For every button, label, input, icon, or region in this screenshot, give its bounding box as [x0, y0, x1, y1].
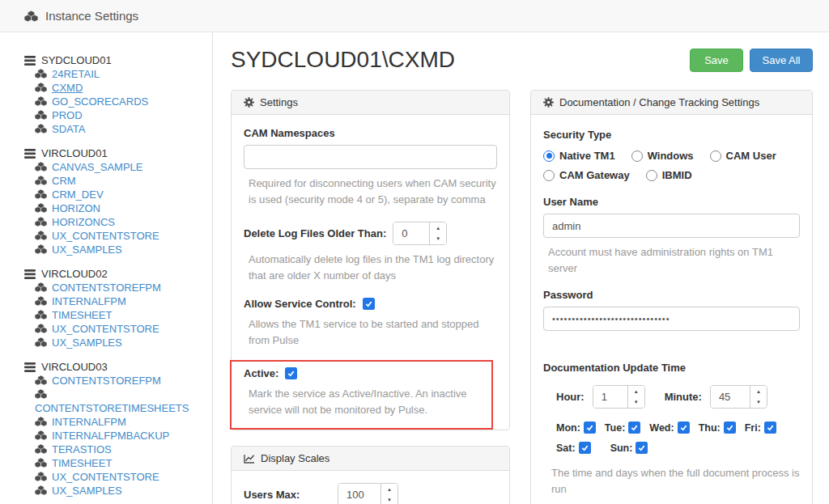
minute-down-button[interactable]: ▼ [750, 397, 767, 409]
day-label: Mon: [556, 422, 580, 434]
cubes-icon [35, 485, 47, 495]
radio-option: IBMID [646, 169, 692, 181]
display-scales-header: Display Scales [232, 447, 509, 471]
documentation-panel-title: Documentation / Change Tracking Settings [559, 96, 759, 108]
instance-link[interactable]: UX_SAMPLES [52, 337, 122, 349]
instance-link[interactable]: GO_SCORECARDS [52, 95, 148, 108]
cubes-icon [35, 417, 47, 426]
settings-panel-title: Settings [260, 96, 298, 108]
update-days-group: Mon:Tue:Wed:Thu:Fri:Sat:Sun: [543, 421, 800, 454]
users-max-spinner: ▲ ▼ [338, 483, 398, 504]
instance-link[interactable]: HORIZONCS [52, 216, 115, 228]
instance-item: CONTENTSTOREFPM [24, 374, 194, 388]
radio-button[interactable] [543, 150, 555, 162]
day-checkbox[interactable] [678, 421, 690, 434]
day-checkbox[interactable] [724, 421, 736, 434]
allow-service-help: Allows the TM1 service to be started and… [244, 316, 497, 348]
instance-link[interactable]: UX_CONTENTSTORE [52, 230, 159, 242]
minute-up-button[interactable]: ▲ [750, 386, 767, 397]
instance-item: HORIZON [24, 201, 194, 215]
day-label: Wed: [649, 422, 674, 434]
save-all-button[interactable]: Save All [750, 49, 813, 72]
day-checkbox[interactable] [636, 442, 648, 454]
hour-label: Hour: [556, 391, 585, 403]
instance-item: CONTENTSTOREFPM [24, 281, 194, 294]
instance-link[interactable]: INTERNALFPM [52, 295, 126, 307]
server-item[interactable]: SYDCLOUD01 [24, 53, 194, 67]
day-checkbox[interactable] [579, 442, 591, 454]
instance-link[interactable]: CRM_DEV [52, 188, 104, 201]
day-option: Tue: [605, 421, 640, 434]
save-button[interactable]: Save [690, 49, 743, 72]
instance-link[interactable]: CANVAS_SAMPLE [52, 161, 142, 173]
radio-button[interactable] [710, 150, 721, 162]
instance-link[interactable]: TIMESHEET [52, 457, 112, 469]
cubes-icon [35, 189, 47, 199]
instance-link[interactable]: 24RETAIL [52, 68, 100, 80]
instance-link[interactable]: TIMESHEET [52, 309, 112, 321]
instance-link[interactable]: SDATA [52, 123, 85, 135]
gear-icon [543, 97, 554, 108]
hour-down-button[interactable]: ▼ [628, 397, 644, 409]
day-option: Sat: [556, 442, 591, 454]
delete-log-down-button[interactable]: ▼ [430, 234, 446, 245]
cam-namespaces-label: CAM Namespaces [244, 127, 497, 139]
day-checkbox[interactable] [628, 421, 640, 434]
minute-input[interactable] [711, 386, 750, 408]
instance-link[interactable]: PROD [52, 109, 83, 121]
documentation-panel: Documentation / Change Tracking Settings… [530, 90, 813, 504]
delete-log-input[interactable] [393, 222, 429, 244]
user-name-input[interactable] [543, 214, 800, 238]
radio-button[interactable] [543, 170, 555, 181]
instance-item: 24RETAIL [24, 67, 194, 81]
instance-link[interactable]: CRM [52, 175, 76, 187]
cubes-icon [35, 176, 47, 185]
hour-input[interactable] [593, 386, 627, 408]
instance-link[interactable]: INTERNALFPMBACKUP [52, 430, 169, 442]
password-input[interactable] [543, 307, 800, 331]
server-group: SYDCLOUD0124RETAILCXMDGO_SCORECARDSPRODS… [24, 53, 194, 136]
instance-link[interactable]: UX_CONTENTSTORE [52, 471, 159, 483]
cubes-icon [35, 389, 47, 399]
user-name-help: Account must have administration rights … [543, 244, 800, 276]
radio-button[interactable] [646, 170, 657, 181]
active-label: Active: [244, 367, 278, 379]
cubes-icon [35, 444, 47, 454]
radio-label: Windows [648, 150, 694, 162]
page-title: SYDCLOUD01\CXMD [231, 47, 455, 73]
active-checkbox[interactable] [285, 367, 297, 379]
users-max-up-button[interactable]: ▲ [381, 484, 397, 495]
instance-link[interactable]: CONTENTSTORETIMESHEETS [35, 402, 189, 414]
instance-link[interactable]: TERASTIOS [52, 443, 112, 455]
users-max-input[interactable] [338, 484, 380, 504]
hour-up-button[interactable]: ▲ [628, 386, 644, 397]
instance-link[interactable]: CONTENTSTOREFPM [52, 375, 161, 387]
day-label: Thu: [699, 422, 721, 434]
instance-link[interactable]: CXMD [52, 82, 83, 94]
cam-namespaces-input[interactable] [244, 145, 497, 169]
instance-item: UX_SAMPLES [24, 336, 194, 349]
cubes-icon [35, 282, 47, 292]
radio-label: CAM User [726, 150, 776, 162]
instance-link[interactable]: CONTENTSTOREFPM [52, 282, 161, 294]
instance-link[interactable]: UX_SAMPLES [52, 485, 122, 497]
day-checkbox[interactable] [764, 421, 776, 434]
cubes-icon [35, 375, 47, 385]
server-name: VIRCLOUD03 [41, 360, 108, 374]
server-item[interactable]: VIRCLOUD01 [24, 146, 194, 160]
instance-link[interactable]: UX_CONTENTSTORE [52, 323, 159, 335]
instance-link[interactable]: HORIZON [52, 202, 100, 214]
instance-link[interactable]: UX_SAMPLES [52, 244, 122, 256]
server-item[interactable]: VIRCLOUD03 [24, 360, 194, 374]
cubes-icon [35, 324, 47, 333]
delete-log-up-button[interactable]: ▲ [430, 222, 446, 234]
day-checkbox[interactable] [584, 421, 596, 434]
instance-item: INTERNALFPMBACKUP [24, 429, 194, 443]
radio-button[interactable] [631, 150, 643, 162]
delete-log-spinner: ▲ ▼ [393, 222, 447, 245]
instance-link[interactable]: INTERNALFPM [52, 416, 126, 428]
cam-namespaces-help: Required for disconnecting users when CA… [244, 176, 497, 207]
server-item[interactable]: VIRCLOUD02 [24, 267, 194, 281]
allow-service-checkbox[interactable] [363, 298, 375, 310]
users-max-down-button[interactable]: ▼ [381, 495, 397, 504]
